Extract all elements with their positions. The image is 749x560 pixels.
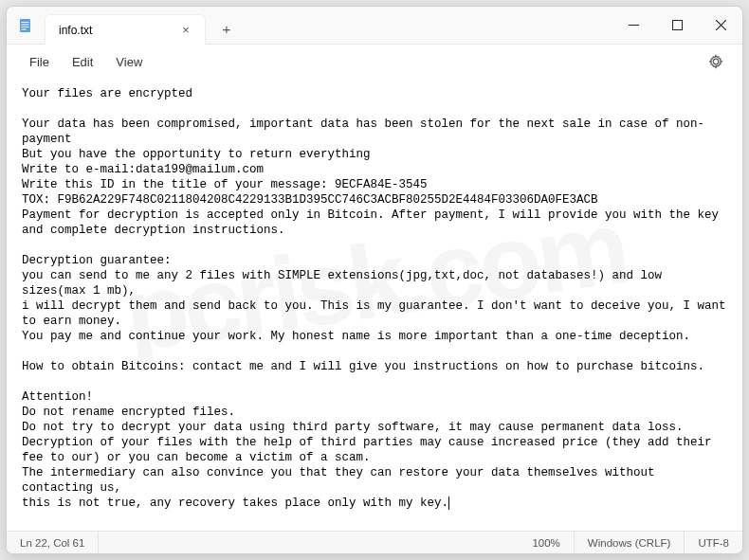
notepad-icon bbox=[18, 18, 33, 33]
svg-rect-6 bbox=[672, 21, 682, 30]
tab-strip: info.txt × + bbox=[45, 7, 242, 44]
svg-rect-3 bbox=[22, 27, 29, 27]
svg-rect-2 bbox=[22, 24, 29, 25]
menu-file[interactable]: File bbox=[20, 51, 59, 73]
gear-icon bbox=[708, 54, 723, 69]
status-position[interactable]: Ln 22, Col 61 bbox=[7, 532, 99, 553]
window-controls bbox=[612, 7, 742, 44]
settings-button[interactable] bbox=[703, 48, 729, 75]
text-editor[interactable]: Your files are encrypted Your data has b… bbox=[7, 79, 742, 531]
status-line-ending[interactable]: Windows (CRLF) bbox=[575, 532, 685, 553]
svg-rect-1 bbox=[22, 22, 29, 23]
menu-edit[interactable]: Edit bbox=[63, 51, 102, 73]
document-text: Your files are encrypted Your data has b… bbox=[22, 87, 733, 510]
titlebar: info.txt × + bbox=[7, 7, 742, 45]
status-encoding[interactable]: UTF-8 bbox=[685, 532, 742, 553]
svg-rect-4 bbox=[22, 28, 27, 29]
close-button[interactable] bbox=[699, 7, 742, 44]
new-tab-button[interactable]: + bbox=[211, 13, 242, 44]
minimize-button[interactable] bbox=[612, 7, 655, 44]
tab-info-txt[interactable]: info.txt × bbox=[45, 14, 206, 45]
status-bar: Ln 22, Col 61 100% Windows (CRLF) UTF-8 bbox=[7, 531, 742, 553]
tab-title: info.txt bbox=[59, 24, 92, 37]
tab-close-button[interactable]: × bbox=[178, 23, 193, 38]
menubar: File Edit View bbox=[7, 45, 742, 79]
notepad-window: info.txt × + File Edit View Your bbox=[6, 6, 743, 554]
close-icon bbox=[716, 20, 726, 30]
menu-view[interactable]: View bbox=[106, 51, 152, 73]
svg-rect-0 bbox=[20, 19, 30, 32]
minimize-icon bbox=[629, 20, 639, 30]
text-caret bbox=[448, 497, 449, 510]
maximize-button[interactable] bbox=[655, 7, 699, 44]
maximize-icon bbox=[672, 20, 683, 30]
status-zoom[interactable]: 100% bbox=[519, 532, 574, 553]
app-icon bbox=[7, 18, 45, 33]
svg-rect-5 bbox=[629, 25, 639, 26]
